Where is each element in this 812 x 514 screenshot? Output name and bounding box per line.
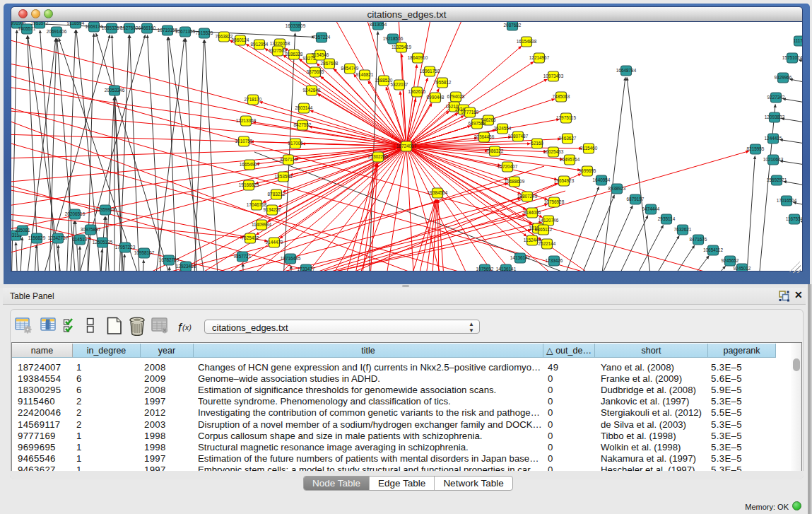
svg-text:30975887: 30975887	[81, 227, 101, 232]
svg-text:1733426: 1733426	[546, 258, 563, 263]
svg-text:20053346: 20053346	[105, 88, 125, 93]
svg-text:9474444: 9474444	[642, 206, 660, 211]
svg-text:6466160: 6466160	[139, 25, 156, 30]
svg-text:15692971: 15692971	[767, 177, 787, 182]
svg-text:15720407: 15720407	[498, 164, 518, 169]
svg-text:2087682: 2087682	[504, 23, 522, 28]
svg-text:9777169: 9777169	[461, 110, 479, 115]
svg-text:1010755: 1010755	[235, 139, 253, 144]
svg-text:9699695: 9699695	[579, 168, 596, 173]
svg-text:19166825: 19166825	[239, 182, 259, 187]
svg-text:9242848: 9242848	[303, 88, 321, 93]
svg-text:8813054: 8813054	[370, 22, 387, 27]
svg-text:10853267: 10853267	[102, 25, 122, 30]
svg-text:9463627: 9463627	[559, 136, 577, 141]
svg-text:9327503: 9327503	[269, 48, 287, 53]
svg-text:2867608: 2867608	[321, 61, 339, 66]
svg-text:9227342: 9227342	[767, 95, 785, 100]
svg-text:17359928: 17359928	[95, 207, 116, 212]
svg-text:14136141: 14136141	[510, 255, 531, 260]
svg-text:10210643: 10210643	[763, 157, 784, 162]
svg-text:9115460: 9115460	[580, 146, 598, 151]
svg-text:16154838: 16154838	[517, 39, 537, 44]
svg-text:1405571: 1405571	[18, 26, 36, 31]
svg-text:8454749: 8454749	[341, 66, 359, 71]
svg-text:16648784: 16648784	[616, 68, 637, 73]
svg-text:11409934: 11409934	[252, 222, 271, 227]
svg-text:16654907: 16654907	[240, 162, 260, 167]
svg-text:18640910: 18640910	[408, 55, 428, 60]
svg-text:8365112: 8365112	[535, 227, 553, 232]
svg-text:1362615: 1362615	[408, 89, 426, 94]
svg-text:19384554: 19384554	[428, 190, 448, 195]
svg-text:9118594: 9118594	[67, 22, 85, 25]
svg-text:17016504: 17016504	[777, 198, 797, 203]
svg-text:3267110: 3267110	[280, 157, 298, 162]
svg-text:7485063: 7485063	[553, 94, 570, 99]
svg-text:25302265: 25302265	[368, 154, 389, 159]
svg-text:6794028: 6794028	[447, 94, 465, 99]
svg-text:10654112: 10654112	[703, 247, 723, 252]
svg-text:2522144: 2522144	[539, 241, 556, 246]
svg-text:917006: 917006	[288, 141, 303, 146]
svg-text:10688609: 10688609	[505, 179, 525, 184]
svg-text:8990448: 8990448	[427, 95, 445, 100]
svg-text:12093832: 12093832	[765, 115, 785, 119]
svg-text:(x): (x)	[182, 323, 192, 332]
svg-text:12975115: 12975115	[556, 115, 576, 120]
svg-text:18724007: 18724007	[396, 144, 417, 148]
svg-text:17046768: 17046768	[247, 202, 267, 207]
svg-text:15751074: 15751074	[782, 55, 802, 60]
svg-text:1733477: 1733477	[298, 267, 315, 271]
svg-text:7632621: 7632621	[674, 227, 692, 232]
svg-text:3154546: 3154546	[312, 52, 329, 57]
svg-text:12214967: 12214967	[529, 55, 550, 60]
svg-text:10807487: 10807487	[508, 134, 529, 139]
svg-text:12342737: 12342737	[48, 235, 69, 240]
svg-text:14136141: 14136141	[496, 267, 517, 271]
svg-text:8938923: 8938923	[608, 186, 626, 191]
svg-text:8186328: 8186328	[286, 52, 303, 57]
svg-text:7515526: 7515526	[196, 30, 213, 35]
svg-text:8427552: 8427552	[294, 122, 312, 127]
svg-text:1353594: 1353594	[275, 174, 293, 179]
svg-text:11174: 11174	[794, 38, 802, 43]
svg-text:7625402: 7625402	[242, 235, 259, 240]
svg-text:7357224: 7357224	[313, 35, 331, 40]
svg-text:1075692: 1075692	[476, 267, 494, 271]
svg-text:7955812: 7955812	[434, 80, 452, 85]
svg-text:12213369: 12213369	[236, 118, 257, 123]
svg-text:9245012: 9245012	[734, 266, 751, 271]
svg-text:135081: 135081	[15, 228, 30, 233]
svg-text:1156829: 1156829	[28, 235, 46, 240]
svg-text:9146821: 9146821	[356, 72, 374, 77]
svg-text:2935114: 2935114	[658, 216, 676, 221]
svg-text:8471676: 8471676	[690, 237, 707, 242]
svg-text:1527602: 1527602	[121, 25, 139, 30]
svg-text:9857721: 9857721	[234, 254, 252, 259]
svg-text:12923468: 12923468	[176, 264, 196, 269]
svg-text:10025433: 10025433	[543, 149, 564, 154]
svg-text:1069174: 1069174	[86, 24, 103, 29]
svg-text:114519: 114519	[73, 237, 88, 242]
svg-text:7663822: 7663822	[216, 34, 233, 39]
svg-text:12505135: 12505135	[93, 240, 113, 245]
svg-text:19716485: 19716485	[281, 256, 301, 261]
svg-text:19218506: 19218506	[383, 36, 404, 41]
svg-text:16961758: 16961758	[420, 69, 440, 74]
svg-text:9245652: 9245652	[722, 258, 739, 263]
svg-text:9184006: 9184006	[524, 210, 541, 215]
svg-text:6879197: 6879197	[627, 197, 645, 201]
svg-text:1953572: 1953572	[31, 22, 49, 25]
svg-text:16033809: 16033809	[286, 23, 306, 28]
svg-text:10756928: 10756928	[544, 199, 565, 204]
svg-text:3875685: 3875685	[307, 69, 324, 74]
svg-text:1244415: 1244415	[765, 136, 782, 141]
svg-text:19654923: 19654923	[554, 178, 575, 183]
svg-text:9860124: 9860124	[232, 37, 249, 42]
svg-text:2718170: 2718170	[245, 97, 262, 102]
svg-text:16495764: 16495764	[560, 157, 580, 162]
svg-text:9134222: 9134222	[264, 207, 281, 212]
svg-text:1640954: 1640954	[593, 177, 611, 182]
svg-text:20691406: 20691406	[47, 29, 67, 34]
